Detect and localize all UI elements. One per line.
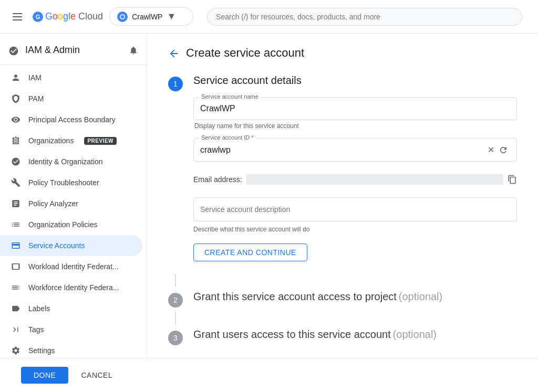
sidebar-item-principal-access-boundary[interactable]: Principal Access Boundary: [0, 109, 142, 130]
sidebar-item-policy-analyzer[interactable]: Policy Analyzer: [0, 193, 142, 214]
id-input-row: ✕: [200, 143, 510, 157]
search-bar[interactable]: [207, 8, 522, 26]
email-row: Email address:: [193, 170, 517, 189]
label-icon: [11, 303, 21, 314]
hamburger-menu[interactable]: [8, 9, 26, 25]
main-layout: IAM & Admin IAM PAM Principal Access: [0, 34, 538, 358]
back-button[interactable]: [168, 47, 180, 59]
identity-icon: [11, 156, 21, 167]
search-input[interactable]: [207, 8, 522, 26]
content-area: Create service account 1 Service account…: [147, 34, 538, 358]
analyzer-icon: [11, 198, 21, 209]
svg-point-3: [121, 15, 124, 18]
step-3-number: 3: [168, 331, 183, 345]
sidebar-item-labels[interactable]: Labels: [0, 298, 142, 319]
step-3-optional: (optional): [393, 329, 437, 340]
email-value-bar: [246, 174, 503, 185]
service-account-name-field: Service account name Display name for th…: [193, 97, 517, 130]
sidebar-item-policy-troubleshooter[interactable]: Policy Troubleshooter: [0, 172, 142, 193]
sidebar-item-pam-label: PAM: [28, 94, 44, 103]
wrench-icon: [11, 177, 21, 188]
google-cloud-logo: G Google Cloud: [33, 11, 103, 22]
sidebar-item-pam[interactable]: PAM: [0, 88, 142, 109]
sidebar-item-analyzer-label: Policy Analyzer: [28, 199, 78, 208]
step-2-number: 2: [168, 293, 183, 308]
project-icon: [117, 12, 128, 22]
sidebar: IAM & Admin IAM PAM Principal Access: [0, 34, 147, 358]
name-hint: Display name for this service account: [193, 122, 517, 130]
step-1-content: Service account details Service account …: [193, 75, 517, 261]
clear-id-button[interactable]: ✕: [485, 143, 496, 157]
service-account-id-input[interactable]: [200, 143, 485, 157]
create-continue-button[interactable]: CREATE AND CONTINUE: [193, 243, 307, 261]
id-input-wrapper: Service account ID * ✕: [193, 138, 517, 162]
description-hint: Describe what this service account will …: [193, 226, 517, 233]
sidebar-item-service-accounts-label: Service Accounts: [28, 241, 85, 250]
sidebar-item-workforce-label: Workforce Identity Federa...: [28, 283, 119, 292]
sidebar-item-iam[interactable]: IAM: [0, 67, 142, 88]
sidebar-item-identity-label: Identity & Organization: [28, 157, 103, 166]
id-label: Service account ID *: [199, 134, 256, 141]
description-input[interactable]: [200, 205, 510, 214]
gear-icon: [11, 345, 21, 356]
copy-email-button[interactable]: [508, 175, 517, 184]
name-input-wrapper: Service account name: [193, 97, 517, 120]
sidebar-item-service-accounts[interactable]: Service Accounts: [0, 235, 142, 256]
sidebar-divider: [0, 65, 147, 65]
sidebar-item-troubleshooter-label: Policy Troubleshooter: [28, 178, 99, 187]
step-3-content: Grant users access to this service accou…: [193, 329, 517, 345]
page-title: Create service account: [186, 46, 304, 60]
sidebar-item-identity-org[interactable]: Identity & Organization: [0, 151, 142, 172]
step-1: 1 Service account details Service accoun…: [168, 75, 517, 261]
shield-eye-icon: [11, 114, 21, 125]
bottom-actions: DONE CANCEL: [0, 358, 538, 392]
email-label: Email address:: [193, 175, 242, 184]
sidebar-item-pab-label: Principal Access Boundary: [28, 115, 116, 124]
sidebar-item-organizations[interactable]: Organizations PREVIEW: [0, 130, 142, 151]
sidebar-item-tags[interactable]: Tags: [0, 319, 142, 340]
sidebar-item-settings-label: Settings: [28, 346, 55, 355]
sidebar-title: IAM & Admin: [25, 45, 80, 56]
step-2: 2 Grant this service account access to p…: [168, 291, 517, 308]
step-2-content: Grant this service account access to pro…: [193, 291, 517, 308]
sidebar-item-org-policies[interactable]: Organization Policies: [0, 214, 142, 235]
step-divider-1: [175, 274, 176, 287]
topbar: G Google Cloud CrawlWP ▼: [0, 0, 538, 34]
description-wrapper: [193, 197, 517, 221]
name-label: Service account name: [199, 93, 261, 100]
step-3: 3 Grant users access to this service acc…: [168, 329, 517, 345]
sidebar-item-iam-label: IAM: [28, 73, 42, 82]
step-2-title: Grant this service account access to pro…: [193, 291, 397, 302]
iam-admin-icon: [8, 44, 19, 56]
cancel-button[interactable]: CANCEL: [77, 367, 117, 384]
bell-icon[interactable]: [129, 45, 138, 56]
preview-badge: PREVIEW: [84, 137, 117, 145]
person-icon: [11, 72, 21, 83]
sidebar-item-org-label: Organizations: [28, 136, 74, 145]
step-1-title: Service account details: [193, 75, 517, 87]
project-name: CrawlWP: [132, 13, 162, 21]
pam-icon: [11, 93, 21, 104]
sidebar-item-org-policies-label: Organization Policies: [28, 220, 98, 229]
done-button[interactable]: DONE: [21, 367, 68, 384]
service-account-name-input[interactable]: [200, 102, 510, 115]
service-account-id-field: Service account ID * ✕: [193, 138, 517, 162]
sidebar-item-workload-identity[interactable]: Workload Identity Federat...: [0, 256, 142, 277]
step-3-title: Grant users access to this service accou…: [193, 329, 391, 340]
sidebar-item-workforce-identity[interactable]: Workforce Identity Federa...: [0, 277, 142, 298]
sidebar-item-tags-label: Tags: [28, 325, 44, 334]
svg-text:G: G: [36, 14, 40, 20]
workload-icon: [11, 261, 21, 272]
tags-icon: [11, 324, 21, 335]
service-accounts-icon: [11, 240, 21, 251]
refresh-id-button[interactable]: [496, 143, 510, 157]
org-policies-icon: [11, 219, 21, 230]
sidebar-header: IAM & Admin: [0, 38, 147, 62]
sidebar-item-settings[interactable]: Settings: [0, 340, 142, 358]
chevron-down-icon: ▼: [167, 11, 176, 22]
step-divider-2: [175, 312, 176, 324]
sidebar-item-labels-label: Labels: [28, 304, 50, 313]
step-1-number: 1: [168, 77, 183, 91]
project-selector[interactable]: CrawlWP ▼: [109, 7, 193, 26]
sidebar-item-workload-label: Workload Identity Federat...: [28, 262, 119, 271]
